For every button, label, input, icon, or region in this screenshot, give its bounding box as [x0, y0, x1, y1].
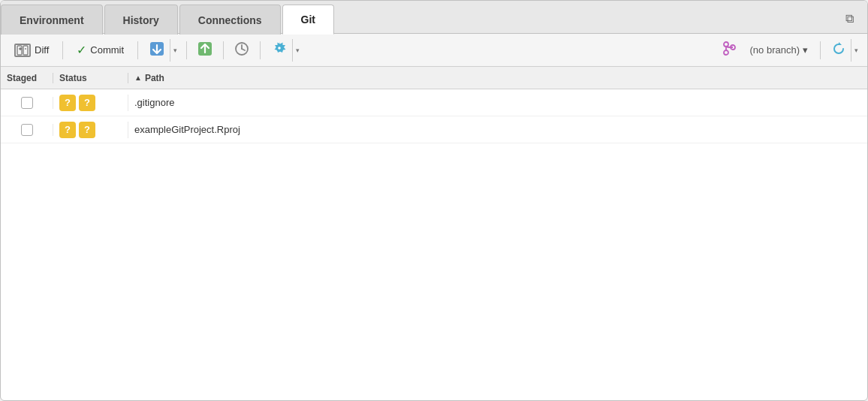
table-row: ? ? exampleGitProject.Rproj [1, 116, 867, 143]
toolbar: Diff ✓ Commit ▾ [1, 34, 867, 67]
cell-status-2: ? ? [53, 122, 128, 138]
table-row: ? ? .gitignore [1, 89, 867, 116]
staged-checkbox-1[interactable] [21, 97, 33, 109]
pull-dropdown-arrow[interactable]: ▾ [170, 39, 180, 62]
toolbar-divider-1 [62, 41, 63, 59]
refresh-button[interactable] [827, 39, 851, 62]
svg-marker-17 [839, 42, 842, 45]
settings-button-group: ▾ [267, 39, 303, 62]
svg-point-12 [278, 47, 281, 50]
restore-window-icon[interactable]: ⧉ [839, 8, 860, 29]
main-panel: Environment History Connections Git ⧉ Di… [0, 0, 868, 401]
branch-tree-button[interactable] [717, 39, 741, 62]
pull-button-group: ▾ [144, 39, 180, 62]
path-sort-arrow-icon: ▲ [134, 74, 142, 82]
branch-selector-button[interactable]: (no branch) ▾ [744, 41, 814, 59]
pull-dropdown-chevron-icon: ▾ [173, 47, 177, 54]
tab-git[interactable]: Git [282, 5, 334, 35]
status-badge-2a: ? [59, 122, 76, 138]
svg-rect-0 [17, 46, 22, 55]
col-header-staged[interactable]: Staged [1, 73, 53, 83]
diff-icon [14, 44, 31, 57]
toolbar-divider-3 [186, 41, 187, 59]
file-path-2[interactable]: exampleGitProject.Rproj [134, 124, 240, 135]
settings-dropdown-arrow[interactable]: ▾ [292, 39, 303, 62]
toolbar-right: (no branch) ▾ ▾ [717, 39, 861, 62]
svg-point-13 [724, 42, 728, 47]
push-arrow-icon [197, 41, 213, 60]
refresh-dropdown-chevron-icon: ▾ [854, 47, 858, 54]
tab-connections[interactable]: Connections [179, 5, 281, 35]
cell-staged-1 [1, 97, 53, 109]
cell-path-2: exampleGitProject.Rproj [128, 124, 867, 135]
svg-point-14 [724, 50, 728, 55]
branch-label: (no branch) [750, 44, 800, 56]
tab-spacer [336, 4, 839, 33]
col-header-status[interactable]: Status [53, 73, 128, 83]
tab-bar: Environment History Connections Git ⧉ [1, 1, 867, 34]
status-badge-1b: ? [79, 95, 95, 111]
col-status-label: Status [59, 73, 87, 83]
branch-tree-icon [721, 40, 737, 60]
status-badge-2b: ? [79, 122, 95, 138]
history-button[interactable] [230, 39, 254, 62]
push-button[interactable] [193, 39, 217, 62]
pull-button[interactable] [144, 39, 170, 62]
diff-label: Diff [35, 44, 49, 56]
refresh-button-group: ▾ [827, 39, 861, 62]
file-path-1[interactable]: .gitignore [134, 97, 174, 108]
col-staged-label: Staged [7, 73, 37, 83]
cell-path-1: .gitignore [128, 97, 867, 108]
refresh-dropdown-arrow[interactable]: ▾ [851, 39, 861, 62]
gear-icon [271, 40, 288, 60]
commit-checkmark-icon: ✓ [77, 43, 86, 57]
clock-icon [234, 41, 249, 59]
settings-dropdown-chevron-icon: ▾ [296, 47, 300, 54]
table-header: Staged Status ▲ Path [1, 67, 867, 89]
svg-rect-1 [23, 46, 28, 55]
tab-environment[interactable]: Environment [1, 5, 103, 35]
svg-line-9 [242, 49, 245, 50]
table-body: ? ? .gitignore ? ? exampleGitProject.Rpr… [1, 89, 867, 400]
cell-staged-2 [1, 124, 53, 136]
branch-selector-dropdown-icon: ▾ [803, 44, 808, 56]
commit-label: Commit [90, 44, 124, 56]
toolbar-divider-5 [260, 41, 261, 59]
window-controls: ⧉ [839, 4, 867, 33]
diff-button[interactable]: Diff [7, 41, 56, 60]
pull-arrow-icon [149, 41, 165, 59]
settings-button[interactable] [267, 39, 292, 62]
col-header-path[interactable]: ▲ Path [128, 73, 867, 83]
cell-status-1: ? ? [53, 95, 128, 111]
toolbar-divider-4 [223, 41, 224, 59]
col-path-label: Path [145, 73, 164, 83]
refresh-icon [831, 41, 846, 59]
toolbar-divider-6 [820, 41, 821, 59]
status-badge-1a: ? [59, 95, 76, 111]
tab-history[interactable]: History [104, 5, 178, 35]
toolbar-divider-2 [137, 41, 138, 59]
commit-button[interactable]: ✓ Commit [69, 40, 131, 60]
staged-checkbox-2[interactable] [21, 124, 33, 136]
